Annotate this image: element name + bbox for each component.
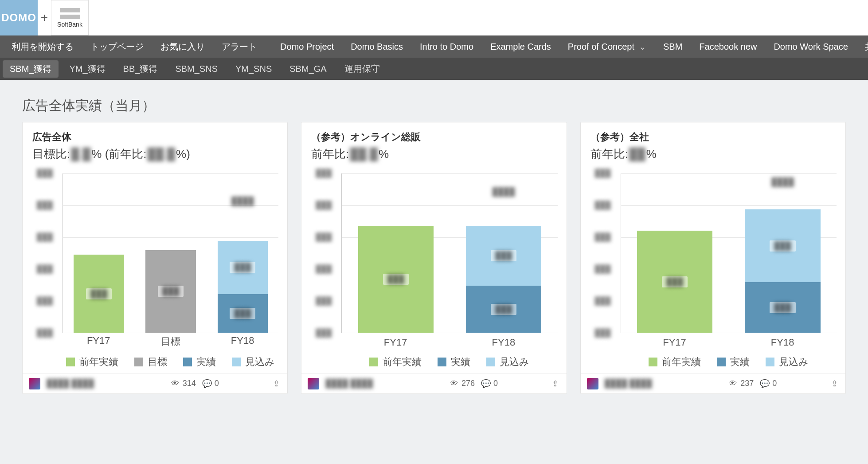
card-1[interactable]: （参考）オンライン総販前年比:██.█%████████████████████… [301,122,567,394]
nav-domo-work-space[interactable]: Domo Work Space [766,35,856,58]
segment-value-label: ███ [230,308,255,319]
legend-label: 見込み [245,355,275,369]
views-metric: 👁276 [449,379,475,389]
owner-avatar[interactable] [587,378,598,389]
comments-metric[interactable]: 💬0 [481,379,498,389]
nav-sbm[interactable]: SBM [655,35,690,58]
nav-start[interactable]: 利用を開始する [4,35,82,58]
y-tick: ███ [581,201,615,210]
primary-nav: 利用を開始する トップページ お気に入り アラート Domo Project D… [0,35,868,58]
legend-item-前年実績[interactable]: 前年実績 [66,355,118,369]
bar-segment-実績: ███ [745,282,820,333]
share-icon[interactable]: ⇪ [271,379,281,389]
segment-value-label: ███ [491,304,516,315]
legend-swatch-icon [438,358,446,366]
card-0[interactable]: 広告全体目標比:█.█% (前年比:██.█%)████████████████… [22,122,288,394]
legend-item-目標[interactable]: 目標 [134,355,167,369]
tab-YM_獲得[interactable]: YM_獲得 [62,60,112,78]
nav-intro-to-domo[interactable]: Intro to Domo [412,35,481,58]
chevron-down-icon: ⌄ [639,41,646,52]
y-tick: ███ [23,329,57,338]
nav-facebook-new[interactable]: Facebook new [691,35,765,58]
chart: ██████████████████████████████████FY17目標… [23,165,287,373]
bar-FY17[interactable]: ███ [358,202,434,333]
bar-total-label: ████ [493,187,515,197]
softbank-text: SoftBank [57,21,82,28]
card-subtitle: 前年比:██.█% [311,146,556,162]
comments-count: 0 [772,379,777,388]
bar-目標[interactable]: ███ [145,218,195,333]
legend-item-実績[interactable]: 実績 [717,355,750,369]
domo-logo: DOMO [0,0,38,35]
plus-icon: + [38,11,51,25]
share-icon[interactable]: ⇪ [829,379,839,389]
bar-segment-見込み: ███ [745,209,820,282]
bar-segment-目標: ███ [145,250,195,333]
legend-swatch-icon [649,358,657,366]
bar-segment-前年実績: ███ [74,255,124,333]
nav-favorites[interactable]: お気に入り [152,35,213,58]
segment-value-label: ███ [662,276,688,287]
owner-name[interactable]: ████ ████ [325,379,396,388]
tab-運用保守[interactable]: 運用保守 [337,60,387,78]
nav-share[interactable]: 共有用 [857,35,868,58]
legend-item-実績[interactable]: 実績 [183,355,216,369]
card-subtitle: 目標比:█.█% (前年比:██.█%) [32,146,278,162]
chart: ███████████████████████████████FY17FY18前… [301,165,566,373]
legend-swatch-icon [717,358,726,366]
owner-name[interactable]: ████ ████ [605,379,676,388]
bar-FY18[interactable]: ██████████ [745,193,820,333]
nav-alerts[interactable]: アラート [214,35,265,58]
bar-segment-実績: ███ [218,294,268,333]
bar-FY18[interactable]: ██████████ [218,212,268,333]
eye-icon: 👁 [728,379,738,389]
comments-count: 0 [215,379,219,388]
y-tick: ███ [581,329,615,338]
nav-top-page[interactable]: トップページ [82,35,152,58]
nav-proof-of-concept[interactable]: Proof of Concept ⌄ [560,35,654,58]
legend-label: 前年実績 [79,355,118,369]
owner-avatar[interactable] [308,378,319,389]
bar-FY17[interactable]: ███ [637,205,712,333]
legend-swatch-icon [232,358,241,366]
bar-FY17[interactable]: ███ [74,221,124,333]
owner-avatar[interactable] [29,378,40,389]
legend-item-実績[interactable]: 実績 [438,355,470,369]
nav-example-cards[interactable]: Example Cards [482,35,559,58]
comments-metric[interactable]: 💬0 [760,379,777,389]
legend-swatch-icon [183,358,192,366]
softbank-bars-icon [60,8,80,19]
y-tick: ███ [301,201,336,210]
legend-swatch-icon [369,358,378,366]
share-icon[interactable]: ⇪ [551,379,560,389]
views-metric: 👁314 [170,379,196,389]
tab-YM_SNS[interactable]: YM_SNS [228,61,279,77]
comments-metric[interactable]: 💬0 [202,379,219,389]
legend-item-前年実績[interactable]: 前年実績 [369,355,422,369]
tab-SBM_獲得[interactable]: SBM_獲得 [3,60,59,78]
segment-value-label: ███ [230,262,255,273]
nav-domo-project[interactable]: Domo Project [272,35,342,58]
legend-item-見込み[interactable]: 見込み [232,355,275,369]
y-tick: ███ [301,265,336,274]
page-title: 広告全体実績（当月） [22,97,846,115]
bar-segment-前年実績: ███ [637,231,712,333]
segment-value-label: ███ [86,288,112,299]
y-tick: ███ [581,265,615,274]
legend-item-前年実績[interactable]: 前年実績 [649,355,701,369]
segment-value-label: ███ [491,250,516,261]
views-metric: 👁237 [728,379,754,389]
nav-domo-basics[interactable]: Domo Basics [343,35,411,58]
bar-FY18[interactable]: ██████████ [466,202,541,333]
legend-swatch-icon [486,358,495,366]
legend-item-見込み[interactable]: 見込み [766,355,809,369]
tab-SBM_GA[interactable]: SBM_GA [282,61,333,77]
chart-legend: 前年実績実績見込み [341,354,557,373]
owner-name[interactable]: ████ ████ [47,379,117,388]
card-2[interactable]: （参考）全社前年比:██%███████████████████████████… [580,122,846,394]
tab-SBM_SNS[interactable]: SBM_SNS [168,61,225,77]
tab-BB_獲得[interactable]: BB_獲得 [116,60,165,78]
x-category-label: FY18 [450,337,558,348]
legend-item-見込み[interactable]: 見込み [486,355,529,369]
bar-segment-前年実績: ███ [358,226,434,333]
